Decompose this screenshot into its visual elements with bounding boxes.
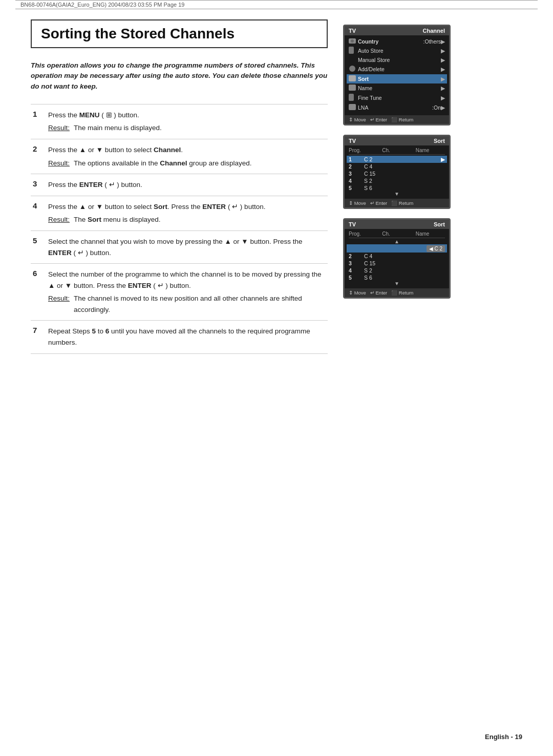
tv-row-add-delete-icon: [349, 65, 358, 73]
step-3-bold-enter: ENTER: [79, 181, 103, 188]
step-1: 1 Press the MENU ( ⊞ ) button. Result: T…: [31, 104, 328, 139]
sort1-row3-prog: 3: [349, 171, 360, 177]
sort2-row4-ch: S 2: [364, 267, 378, 274]
tv-row-add-delete-label: Add/Delete: [358, 66, 441, 72]
step-2: 2 Press the ▲ or ▼ button to select Chan…: [31, 139, 328, 174]
sort2-col-name: Name: [416, 231, 445, 237]
sort1-col-prog: Prog.: [349, 148, 378, 153]
step-5-bold-enter: ENTER: [48, 249, 72, 257]
step-4: 4 Press the ▲ or ▼ button to select Sort…: [31, 196, 328, 230]
tv-screen-sort1-body: Prog. Ch. Name 1 C 2 ▶ 2 C 4 3: [345, 145, 449, 199]
tv-screen-channel-body: Country :Others ▶ Auto Store ▶ Manual St…: [345, 35, 449, 115]
sort2-col-headers: Prog. Ch. Name: [349, 230, 445, 238]
step-7: 7 Repeat Steps 5 to 6 until you have mov…: [31, 321, 328, 353]
tv-screen-sort1-footer: ⇕ Move ↵ Enter ⬛ Return: [345, 199, 449, 207]
footer-return-2: ⬛ Return: [391, 200, 413, 206]
sort1-row-3: 3 C 15: [349, 170, 445, 177]
step-2-result-label: Result:: [48, 158, 70, 169]
step-1-content: Press the MENU ( ⊞ ) button. Result: The…: [45, 104, 328, 139]
footer-enter-3: ↵ Enter: [370, 290, 387, 296]
sort1-row-1: 1 C 2 ▶: [347, 156, 447, 163]
step-5-num: 5: [31, 230, 45, 263]
sort2-row3-prog: 3: [349, 260, 360, 266]
step-6-result-text: The channel is moved to its new position…: [74, 293, 325, 315]
sort2-row-4: 4 S 2: [349, 267, 445, 274]
steps-table: 1 Press the MENU ( ⊞ ) button. Result: T…: [31, 104, 328, 354]
sort2-row-5: 5 S 6: [349, 274, 445, 281]
tv-row-lna-label: LNA: [358, 104, 432, 111]
footer-return-3: ⬛ Return: [391, 290, 413, 296]
tv-row-fine-tune-label: Fine Tune: [358, 95, 441, 101]
tv-screen-sort2-titlebar: TV Sort: [345, 220, 449, 229]
sort1-row-2: 2 C 4: [349, 163, 445, 170]
page-header: BN68-00746A(GAIA2_Euro_ENG) 2004/08/23 0…: [15, 0, 538, 9]
step-2-result-text: The options available in the Channel gro…: [74, 158, 251, 169]
tv-row-country-label: Country: [358, 38, 423, 45]
right-column: TV Channel Country :Others ▶: [343, 19, 451, 354]
intro-paragraph: This operation allows you to change the …: [31, 60, 328, 92]
tv-row-name-label: Name: [358, 85, 441, 91]
step-4-result-label: Result:: [48, 214, 70, 225]
sort-menu-label-2: Sort: [434, 221, 445, 227]
tv-row-manual-store-arrow: ▶: [441, 57, 445, 63]
tv-screen-sort2-body: Prog. Ch. Name ▲ ◀ C 2 2 C 4: [345, 229, 449, 288]
step-2-num: 2: [31, 139, 45, 174]
sort2-up-arrow: ▲: [349, 239, 445, 244]
step-6-num: 6: [31, 264, 45, 321]
tv-row-country-arrow: ▶: [441, 38, 445, 45]
sort1-row2-ch: C 4: [364, 163, 378, 170]
step-4-bold-enter: ENTER: [202, 203, 226, 211]
footer-text: English - 19: [485, 733, 522, 741]
tv-row-name-arrow: ▶: [441, 85, 445, 91]
svg-rect-2: [349, 47, 354, 54]
tv-row-country-value: :Others: [423, 38, 441, 45]
step-1-result-label: Result:: [48, 122, 70, 134]
footer-enter-1: ↵ Enter: [370, 117, 387, 122]
svg-point-1: [351, 39, 354, 43]
step-4-num: 4: [31, 196, 45, 230]
sort2-row-2: 2 C 4: [349, 253, 445, 260]
sort1-row4-ch: S 2: [364, 178, 378, 184]
tv-row-name: Name ▶: [349, 83, 445, 93]
step-6-content: Select the number of the programme to wh…: [45, 264, 328, 321]
tv-row-name-icon: [349, 85, 358, 92]
step-6-result-label: Result:: [48, 293, 70, 315]
tv-screen-channel: TV Channel Country :Others ▶: [343, 25, 451, 125]
step-1-result-text: The main menu is displayed.: [74, 122, 162, 134]
channel-menu-label: Channel: [423, 28, 445, 34]
footer-move-3: ⇕ Move: [349, 290, 366, 296]
step-1-num: 1: [31, 104, 45, 139]
tv-row-manual-store-label: Manual Store: [358, 57, 441, 63]
tv-row-manual-store: Manual Store ▶: [349, 56, 445, 64]
svg-rect-5: [349, 85, 356, 91]
step-4-bold-sort2: Sort: [88, 216, 101, 223]
tv-row-auto-store: Auto Store ▶: [349, 46, 445, 56]
svg-rect-6: [349, 94, 354, 101]
tv-screen-sort2: TV Sort Prog. Ch. Name ▲ ◀ C 2 2: [343, 218, 451, 299]
tv-screen-channel-footer: ⇕ Move ↵ Enter ⬛ Return: [345, 115, 449, 124]
footer-move-2: ⇕ Move: [349, 200, 366, 206]
step-4-content: Press the ▲ or ▼ button to select Sort. …: [45, 196, 328, 230]
step-2-bold-channel2: Channel: [160, 159, 187, 167]
sort1-row1-prog: 1: [349, 156, 360, 162]
title-box: Sorting the Stored Channels: [31, 19, 328, 48]
tv-row-country: Country :Others ▶: [349, 37, 445, 46]
tv-row-sort-label: Sort: [358, 76, 441, 82]
sort1-row-4: 4 S 2: [349, 177, 445, 184]
tv-label-1: TV: [349, 28, 356, 34]
step-6-bold-enter: ENTER: [128, 282, 152, 289]
tv-row-lna-value: :On: [432, 104, 441, 111]
tv-row-add-delete: Add/Delete ▶: [349, 64, 445, 74]
step-7-bold-5: 5: [92, 327, 96, 335]
step-3-content: Press the ENTER ( ↵ ) button.: [45, 174, 328, 196]
step-7-num: 7: [31, 321, 45, 353]
svg-rect-7: [349, 104, 356, 110]
sort2-row2-prog: 2: [349, 253, 360, 259]
sort2-down-arrow: ▼: [349, 281, 445, 286]
tv-screen-channel-titlebar: TV Channel: [345, 26, 449, 35]
header-left: BN68-00746A(GAIA2_Euro_ENG) 2004/08/23 0…: [20, 2, 184, 8]
sort2-row5-ch: S 6: [364, 275, 378, 281]
sort2-row-empty: ◀ C 2: [347, 244, 447, 253]
tv-row-lna-icon: [349, 104, 358, 111]
step-5-content: Select the channel that you wish to move…: [45, 230, 328, 263]
